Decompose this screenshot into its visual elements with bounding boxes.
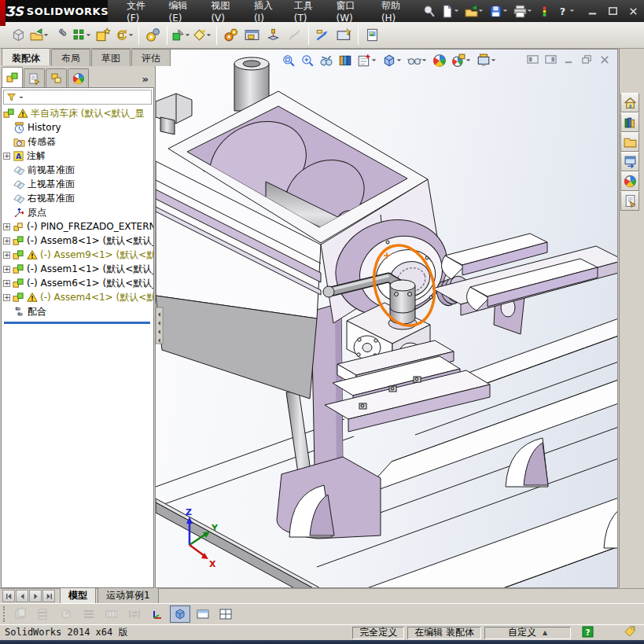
expander-icon[interactable]: +	[3, 294, 10, 301]
funnel-icon[interactable]	[6, 92, 17, 102]
tree-item-assem4[interactable]: +(-) Assem4<1> (默认<默认	[2, 290, 153, 304]
previous-view-button[interactable]	[318, 53, 335, 68]
mate-paperclip-button[interactable]	[50, 24, 72, 46]
instant3d-button[interactable]	[312, 24, 333, 46]
anim-wizard-button[interactable]	[10, 605, 31, 623]
split-quad-button[interactable]	[215, 605, 236, 623]
tree-item-front-plane[interactable]: 前视基准面	[2, 163, 153, 177]
tree-filter-bar[interactable]	[3, 90, 152, 105]
tree-item-pino-frezado-externo[interactable]: +(-) PINO_FREZADO_EXTERNO_2	[2, 219, 153, 234]
render-photo-button[interactable]	[362, 24, 383, 46]
open-part-button[interactable]	[29, 24, 50, 46]
explode-sketch-button[interactable]	[284, 24, 305, 46]
open-doc-button[interactable]	[462, 3, 487, 20]
resources-home-button[interactable]	[620, 93, 639, 112]
tree-item-mates[interactable]: 配合	[2, 304, 153, 318]
tree-item-assem6[interactable]: +(-) Assem6<1> (默认<默认_	[2, 276, 153, 290]
lathe-assembly-model[interactable]: Z Y X	[156, 50, 618, 588]
tab-草图[interactable]: 草图	[91, 49, 131, 66]
search-pin-button[interactable]	[420, 3, 438, 20]
expander-icon[interactable]: +	[3, 266, 10, 273]
tree-item-origin[interactable]: 原点	[2, 205, 153, 219]
expander-icon[interactable]: +	[3, 252, 10, 259]
swap-arrows-button[interactable]	[124, 605, 145, 623]
section-view-button[interactable]	[337, 53, 354, 68]
featuremanager-tab[interactable]	[2, 67, 23, 87]
nav-next-button[interactable]	[29, 590, 42, 602]
options-light-button[interactable]	[535, 3, 554, 20]
zoom-fit-button[interactable]	[280, 53, 297, 68]
tag-yellow-icon[interactable]	[624, 625, 636, 638]
view-orientation-button[interactable]	[355, 53, 379, 68]
fm-overflow-chevron[interactable]: »	[142, 73, 149, 87]
maximize-button[interactable]	[605, 4, 620, 18]
triad-axes-button[interactable]	[147, 605, 167, 623]
displaymanager-tab[interactable]	[68, 68, 89, 87]
tab-布局[interactable]: 布局	[51, 49, 90, 66]
design-library-button[interactable]	[620, 112, 639, 132]
expander-icon[interactable]: +	[3, 223, 10, 230]
display-style-button[interactable]	[381, 53, 404, 68]
insert-component-button[interactable]	[8, 24, 29, 46]
save-doc-button[interactable]	[487, 3, 511, 20]
tree-item-root-assembly[interactable]: 半自动车床 (默认<默认_显	[2, 106, 153, 120]
status-help-icon[interactable]: ?	[582, 626, 594, 640]
study-tab-模型[interactable]: 模型	[60, 588, 96, 605]
assembly-visualization-button[interactable]	[333, 24, 355, 46]
zoom-area-button[interactable]	[299, 53, 316, 68]
status-tag-icon[interactable]	[624, 625, 636, 640]
anim-motor-button[interactable]	[56, 605, 76, 623]
anim-lines-button[interactable]	[79, 605, 99, 623]
minimize-button[interactable]	[584, 4, 600, 18]
tree-item-assem8[interactable]: +(-) Assem8<1> (默认<默认_	[2, 234, 153, 248]
expander-icon[interactable]: +	[3, 153, 10, 160]
show-hidden-components-button[interactable]	[142, 24, 164, 46]
preview-window-button[interactable]	[241, 24, 263, 46]
edit-appearance-button[interactable]	[431, 53, 448, 68]
move-component-button[interactable]	[114, 24, 135, 46]
split-horizontal-button[interactable]	[193, 605, 213, 623]
apply-scene-button[interactable]	[450, 53, 473, 68]
rollback-bar[interactable]	[4, 322, 150, 324]
view-palette-button[interactable]	[620, 152, 639, 171]
motion-gears-button[interactable]	[220, 24, 241, 46]
tree-item-assem9[interactable]: +(-) Assem9<1> (默认<默认	[2, 248, 153, 262]
view-settings-button[interactable]	[475, 53, 499, 68]
nav-prev-button[interactable]	[16, 590, 28, 602]
expander-icon[interactable]: +	[3, 280, 10, 287]
linear-pattern-button[interactable]	[72, 24, 93, 46]
graphics-viewport[interactable]: Z Y X	[155, 49, 618, 588]
filter-caret[interactable]	[18, 92, 24, 103]
file-explorer-button[interactable]	[620, 132, 639, 152]
expander-icon[interactable]: +	[3, 237, 10, 245]
hide-show-items-button[interactable]	[406, 53, 429, 68]
status-custom[interactable]: 自定义▲	[484, 627, 571, 639]
exploded-view-button[interactable]	[263, 24, 284, 46]
tree-item-right-plane[interactable]: 右视基准面	[2, 191, 153, 205]
nav-last-button[interactable]	[42, 590, 55, 602]
anim-filmstrip-button[interactable]	[101, 605, 122, 623]
tree-item-sensors[interactable]: 传感器	[2, 134, 153, 149]
reference-geometry-button[interactable]	[192, 24, 213, 46]
doc-close-button[interactable]	[599, 53, 611, 68]
pane-right-button[interactable]	[545, 53, 557, 68]
tree-item-assem1[interactable]: +(-) Assem1<1> (默认<默认_	[2, 262, 153, 276]
nav-first-button[interactable]	[2, 590, 15, 602]
configurationmanager-tab[interactable]	[46, 68, 67, 87]
smart-fasteners-button[interactable]	[93, 24, 114, 46]
toolbar-grip[interactable]	[3, 606, 7, 622]
tree-item-annotations[interactable]: +A注解	[2, 149, 153, 163]
tree-item-history[interactable]: History	[2, 120, 153, 134]
print-doc-button[interactable]	[511, 3, 535, 20]
propertymanager-tab[interactable]	[24, 68, 45, 87]
custom-properties-button[interactable]	[620, 191, 639, 211]
anim-frames-button[interactable]	[33, 605, 53, 623]
appearances-scenes-button[interactable]	[620, 171, 639, 191]
tab-评估[interactable]: 评估	[131, 49, 171, 66]
help-q-button[interactable]: ?	[554, 3, 578, 20]
tree-item-top-plane[interactable]: 上视基准面	[2, 177, 153, 191]
pane-left-button[interactable]	[527, 53, 539, 68]
assembly-features-button[interactable]	[171, 24, 192, 46]
study-tab-运动算例1[interactable]: 运动算例1	[98, 588, 159, 605]
new-doc-button[interactable]	[438, 3, 462, 20]
